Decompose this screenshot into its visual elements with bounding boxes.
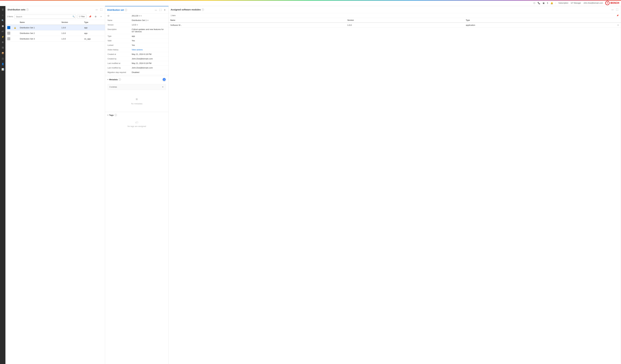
distribution-sets-header: Distribution sets i — ⛶ <box>5 6 105 13</box>
name-value-text: Distribution Set 1 <box>132 19 147 21</box>
row-checkbox-cell <box>5 25 12 31</box>
assigned-col-type-header: Type <box>464 18 616 23</box>
bell-icon[interactable]: 🔔 <box>551 2 553 4</box>
sidebar-narrow: ☰ ⌂ 🔍 ▦ 🏷 ⚡ ⚙ ⛓ 📦 ◫ 👤 📊 <box>0 6 5 364</box>
assigned-col-name-header: Name <box>169 18 345 23</box>
migration-step-value: Disabled <box>132 71 139 73</box>
detail-row-last-modified-at: Last modified at May 21, 2024 9:18 PM <box>105 61 168 66</box>
settings-toolbar-button[interactable]: ⚙ <box>94 15 98 18</box>
phone-icon[interactable]: 📞 <box>538 2 540 4</box>
expand-distribution-sets-icon[interactable]: ⛶ <box>100 8 103 11</box>
sidebar-chart-icon[interactable]: 📊 <box>0 67 5 72</box>
sidebar-user-icon[interactable]: 👤 <box>0 62 5 66</box>
action-history-label: Action history <box>107 48 132 51</box>
pin-toolbar-button[interactable]: 📌 <box>88 15 92 18</box>
close-detail-icon[interactable]: ✕ <box>163 8 166 12</box>
view-actions-link[interactable]: View actions <box>132 48 143 51</box>
assigned-row-edit-icon[interactable]: ✏ <box>617 24 619 26</box>
version-label: Version <box>107 24 132 26</box>
locked-value: Yes <box>132 44 135 46</box>
share-icon[interactable]: ⬡ <box>534 2 535 4</box>
name-copy-icon[interactable]: ⊞ <box>147 19 148 21</box>
distribution-sets-title: Distribution sets i <box>8 8 29 11</box>
assigned-pin-icon[interactable]: 📌 <box>617 15 619 16</box>
created-at-label: Created at <box>107 53 132 55</box>
id-copy-icon[interactable]: ⊞ <box>139 15 140 16</box>
table-row[interactable]: 🔒 Distribution Set 1 1.0.0 app <box>5 25 105 31</box>
minimize-assigned-icon[interactable]: — <box>611 8 614 11</box>
detail-row-created-at: Created at May 21, 2024 6:18 PM <box>105 52 168 57</box>
tags-section-header[interactable]: ▾ Tags i <box>105 112 168 118</box>
assigned-row-name-cell: Software M... <box>169 23 345 28</box>
filter-button[interactable]: ▽ Filter <box>77 15 86 18</box>
sidebar-box-icon[interactable]: ◫ <box>0 56 5 61</box>
metadata-info-icon[interactable]: i <box>119 78 121 81</box>
filter-label: Filter <box>81 16 85 18</box>
search-input[interactable] <box>14 15 76 19</box>
subscription-label[interactable]: Subscription <box>558 2 568 4</box>
sidebar-package-icon[interactable]: 📦 <box>0 51 5 55</box>
created-at-value: May 21, 2024 6:18 PM <box>132 53 152 55</box>
user-label[interactable]: John.Doe@domain.com <box>583 2 603 4</box>
assigned-modules-tbody: Software M... 1.0.0 application ✏ <box>169 23 621 28</box>
type-label: Type <box>107 35 132 37</box>
detail-row-locked: Locked Yes <box>105 43 168 47</box>
expand-assigned-icon[interactable]: ⛶ <box>615 8 619 11</box>
dollar-icon[interactable]: § <box>547 2 548 4</box>
sidebar-search-icon[interactable]: 🔍 <box>0 18 5 23</box>
sidebar-tag-icon[interactable]: 🏷 <box>0 29 5 34</box>
row-version-cell: 1.0.0 <box>60 36 83 42</box>
minimize-distribution-sets-icon[interactable]: — <box>95 8 98 11</box>
row-checkbox-cell <box>5 36 12 42</box>
tags-info-icon[interactable]: i <box>115 114 117 116</box>
sidebar-filter-icon[interactable]: ⚡ <box>0 34 5 39</box>
row-type-cell: app <box>83 25 105 31</box>
row-lock-cell: 🔒 <box>12 25 18 31</box>
tags-chevron-icon: ▾ <box>107 114 108 116</box>
table-head: Name Version Type <box>5 20 105 25</box>
detail-info-icon[interactable]: i <box>125 9 127 11</box>
last-modified-at-label: Last modified at <box>107 62 132 64</box>
sidebar-link-icon[interactable]: ⛓ <box>0 45 5 50</box>
detail-row-name: Name Distribution Set 1 ⊞ <box>105 18 168 23</box>
iot-manager-label[interactable]: IoT Manager <box>571 2 581 4</box>
metadata-section-header[interactable]: ▾ Metadata i 1 <box>105 76 168 83</box>
assigned-modules-info-icon[interactable]: i <box>202 8 204 11</box>
minimize-detail-icon[interactable]: — <box>154 8 157 12</box>
bosch-logo-circle: B <box>605 1 609 5</box>
table-row[interactable]: Distribution Set 3 1.0.0 os_app <box>5 36 105 42</box>
list-item[interactable]: Software M... 1.0.0 application ✏ <box>169 23 621 28</box>
layout-icon[interactable]: ▣ <box>543 2 545 4</box>
col-lock <box>12 20 18 25</box>
id-label: ID <box>107 15 132 17</box>
sidebar-settings-icon[interactable]: ⚙ <box>0 40 5 45</box>
sidebar-table-icon[interactable]: ▦ <box>0 24 5 28</box>
created-by-value: John.Doe@domain.com <box>132 58 153 60</box>
bosch-logo: B BOSCH <box>605 1 619 5</box>
last-modified-by-label: Last modified by <box>107 67 132 69</box>
no-tags-area: 🏷 No tags are assigned <box>105 118 168 130</box>
detail-row-description: Description Critical updates and new fea… <box>105 27 168 34</box>
sidebar-home-icon[interactable]: ⌂ <box>0 13 5 17</box>
row-checkbox[interactable] <box>7 37 10 40</box>
filter-icon: ▽ <box>79 16 80 18</box>
version-value-text: 1.0.0 <box>132 24 136 26</box>
id-link-icon[interactable]: ⧉ <box>141 15 142 17</box>
table-row[interactable]: Distribution Set 2 1.0.0 app <box>5 31 105 36</box>
expand-detail-icon[interactable]: ⛶ <box>159 8 162 12</box>
distribution-sets-tbody: 🔒 Distribution Set 1 1.0.0 app Distribut… <box>5 25 105 42</box>
assigned-table-head: Name Version Type <box>169 18 621 23</box>
col-name-header: Name <box>18 20 60 25</box>
metadata-add-icon[interactable]: ＋ <box>162 85 164 89</box>
created-by-label: Created by <box>107 58 132 60</box>
distribution-sets-info-icon[interactable]: i <box>26 8 29 11</box>
row-name-cell: Distribution Set 2 <box>18 31 60 36</box>
row-checkbox[interactable] <box>7 26 10 29</box>
version-copy-icon[interactable]: ⊞ <box>137 24 138 26</box>
row-checkbox[interactable] <box>7 32 10 35</box>
sidebar-menu-icon[interactable]: ☰ <box>0 7 5 12</box>
topbar-right: ⬡ 📞 ▣ § 🔔 | Subscription IoT Manager Joh… <box>534 1 619 5</box>
col-version-header: Version <box>60 20 83 25</box>
add-toolbar-button[interactable]: ＋ <box>99 15 103 19</box>
assigned-item-count-label: 1 item <box>171 15 176 16</box>
